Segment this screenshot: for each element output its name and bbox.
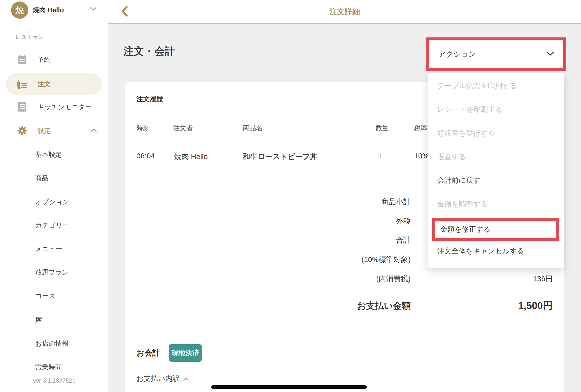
sidebar-subitem-categories[interactable]: カテゴリー bbox=[35, 218, 107, 233]
menu-item-refund[interactable]: 返金する bbox=[428, 152, 564, 162]
col-header-orderer: 注文者 bbox=[173, 124, 193, 132]
chevron-up-icon bbox=[183, 375, 189, 383]
payment-method-badge: 現地決済 bbox=[169, 344, 202, 362]
restaurant-name: 焼肉 Hello bbox=[32, 0, 64, 20]
sidebar-item-settings[interactable]: 設定 bbox=[0, 119, 108, 142]
chevron-down-icon bbox=[90, 6, 97, 12]
sidebar-item-reservations[interactable]: 予約 bbox=[0, 48, 108, 72]
chevron-up-icon bbox=[91, 128, 97, 133]
sidebar-subitem-menu[interactable]: メニュー bbox=[35, 242, 107, 256]
page-title-header: 注文詳細 bbox=[108, 0, 581, 24]
section-title: 注文・会計 bbox=[123, 44, 175, 58]
home-indicator-bar[interactable] bbox=[211, 385, 367, 389]
chevron-down-icon bbox=[546, 51, 555, 57]
total-value-included-tax: 136円 bbox=[125, 274, 553, 284]
annotation-box-fix-amount: 金額を修正する bbox=[432, 218, 559, 241]
action-dropdown-menu: テーブル伝票を印刷する レシートを印刷する 領収書を発行する 返金する 会計前に… bbox=[428, 73, 564, 268]
menu-item-print-receipt[interactable]: レシートを印刷する bbox=[428, 105, 564, 114]
col-header-time: 時刻 bbox=[136, 124, 150, 132]
sidebar-item-label: 設定 bbox=[37, 126, 51, 135]
sidebar-item-kitchen-monitor[interactable]: キッチンモニター bbox=[0, 95, 108, 119]
total-label-total: 合計 bbox=[125, 235, 411, 245]
row-item-name: 和牛ローストビーフ丼 bbox=[243, 152, 318, 162]
payment-amount-value: 1,500円 bbox=[125, 299, 553, 312]
col-header-qty: 数量 bbox=[375, 124, 389, 132]
sidebar-item-label: 予約 bbox=[37, 55, 51, 64]
menu-item-print-table-slip[interactable]: テーブル伝票を印刷する bbox=[428, 81, 564, 91]
sidebar: 焼 焼肉 Hello レストラン 予約 bbox=[0, 0, 108, 392]
sidebar-subitem-all-you-can-eat[interactable]: 放題プラン bbox=[35, 265, 107, 280]
total-label-external-tax: 外税 bbox=[125, 216, 411, 226]
row-tax: 10% bbox=[414, 152, 429, 160]
menu-item-adjust-amount[interactable]: 金額を調整する bbox=[428, 199, 564, 209]
menu-item-cancel-entire-order[interactable]: 注文全体をキャンセルする bbox=[428, 246, 564, 256]
sidebar-subitem-business-hours[interactable]: 営業時間 bbox=[35, 360, 107, 374]
action-button[interactable]: アクション bbox=[429, 40, 563, 68]
gear-icon bbox=[16, 125, 28, 137]
sidebar-item-orders[interactable]: 注文 bbox=[0, 72, 108, 96]
payment-breakdown-toggle[interactable]: お支払い内訳 bbox=[136, 374, 189, 384]
sidebar-subitem-products[interactable]: 商品 bbox=[35, 171, 107, 186]
app-version: ver 3.1.28#752b bbox=[0, 377, 108, 384]
receipt-icon bbox=[16, 101, 28, 113]
menu-item-revert-before-checkout[interactable]: 会計前に戻す bbox=[428, 176, 564, 186]
checkout-label: お会計 bbox=[136, 348, 160, 358]
food-order-icon bbox=[16, 78, 28, 90]
order-detail-screen: 焼 焼肉 Hello レストラン 予約 bbox=[0, 0, 581, 392]
page-header: 注文詳細 bbox=[108, 0, 581, 24]
sidebar-subitem-options[interactable]: オプション bbox=[35, 194, 107, 209]
action-button-label: アクション bbox=[438, 49, 476, 59]
sidebar-subitem-courses[interactable]: コース bbox=[35, 288, 107, 303]
row-qty: 1 bbox=[378, 152, 382, 160]
restaurant-switcher[interactable]: 焼 焼肉 Hello bbox=[0, 0, 108, 27]
row-orderer: 焼肉 Hello bbox=[174, 152, 208, 162]
col-header-tax: 税率 bbox=[414, 124, 427, 132]
row-time: 06:04 bbox=[136, 152, 155, 160]
annotation-box-action: アクション bbox=[426, 38, 566, 71]
menu-item-issue-receipt[interactable]: 領収書を発行する bbox=[428, 128, 564, 138]
restaurant-logo: 焼 bbox=[11, 2, 28, 19]
total-label-subtotal: 商品小計 bbox=[125, 197, 411, 207]
section-divider bbox=[136, 331, 553, 332]
col-header-item: 商品名 bbox=[243, 124, 263, 132]
payment-breakdown-label: お支払い内訳 bbox=[136, 374, 179, 384]
sidebar-subitem-seats[interactable]: 席 bbox=[35, 312, 107, 327]
sidebar-section-restaurant: レストラン bbox=[15, 34, 44, 40]
sidebar-subitem-shop-info[interactable]: お店の情報 bbox=[35, 336, 107, 351]
sidebar-subitem-basic-settings[interactable]: 基本設定 bbox=[35, 147, 107, 162]
sidebar-item-label: キッチンモニター bbox=[37, 103, 91, 112]
total-label-standard-rate: (10%標準対象) bbox=[125, 254, 411, 265]
order-history-title: 注文履歴 bbox=[136, 94, 163, 104]
sidebar-item-label: 注文 bbox=[37, 80, 51, 88]
menu-item-fix-amount[interactable]: 金額を修正する bbox=[435, 221, 556, 238]
calendar-icon bbox=[16, 54, 28, 66]
